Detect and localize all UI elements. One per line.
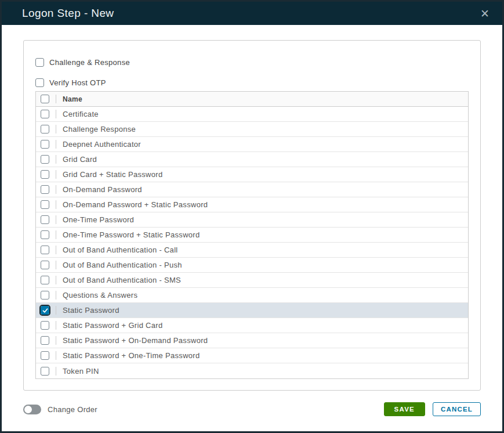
row-checkbox[interactable] (41, 291, 49, 300)
row-checkbox[interactable] (41, 140, 49, 149)
table-rows: Certificate Challenge Response Deepnet A… (36, 107, 468, 378)
row-label: One-Time Password + Static Password (63, 230, 200, 239)
checkmark-icon (42, 308, 48, 313)
table-row[interactable]: Questions & Answers (36, 288, 468, 303)
toggle-label: Change Order (48, 405, 97, 414)
column-divider (56, 367, 56, 376)
row-label: Certificate (63, 110, 99, 118)
column-divider (56, 230, 56, 239)
row-label: Out of Band Authentication - Call (63, 246, 178, 254)
toggle-knob (24, 406, 32, 413)
table-row[interactable]: Static Password + One-Time Password (36, 348, 468, 363)
row-label: Out of Band Authentication - Push (63, 261, 182, 269)
column-divider (56, 276, 56, 284)
row-checkbox[interactable] (41, 185, 49, 194)
table-row[interactable]: Static Password (36, 303, 468, 318)
row-label: Static Password (63, 306, 119, 315)
row-label: Static Password + One-Time Password (63, 351, 200, 360)
row-checkbox[interactable] (41, 261, 49, 269)
row-label: On-Demand Password + Static Password (63, 200, 208, 209)
row-checkbox[interactable] (41, 125, 49, 133)
logon-step-dialog: Logon Step - New ✕ Challenge & Response … (0, 0, 504, 433)
action-buttons: SAVE CANCEL (384, 402, 481, 416)
row-label: Static Password + On-Demand Password (63, 336, 208, 345)
row-label: Out of Band Authentication - SMS (63, 276, 181, 284)
table-row[interactable]: One-Time Password (36, 212, 468, 228)
row-label: One-Time Password (63, 215, 134, 224)
table-row[interactable]: Deepnet Authenticator (36, 137, 468, 152)
row-checkbox[interactable] (41, 276, 49, 284)
dialog-title: Logon Step - New (22, 7, 114, 20)
checkbox-challenge-response[interactable]: Challenge & Response (35, 58, 469, 67)
table-row[interactable]: On-Demand Password + Static Password (36, 197, 468, 212)
row-checkbox[interactable] (41, 321, 49, 330)
row-checkbox[interactable] (41, 336, 49, 345)
table-row[interactable]: Static Password + Grid Card (36, 318, 468, 333)
row-checkbox[interactable] (41, 367, 49, 376)
row-label: Questions & Answers (63, 291, 137, 300)
checkbox-label: Challenge & Response (49, 58, 130, 67)
row-label: Token PIN (63, 367, 99, 376)
table-row[interactable]: Out of Band Authentication - SMS (36, 273, 468, 288)
table-row[interactable]: Grid Card (36, 152, 468, 167)
table-row[interactable]: Certificate (36, 107, 468, 122)
column-divider (56, 291, 56, 300)
row-checkbox[interactable] (41, 155, 49, 164)
row-label: Deepnet Authenticator (63, 140, 141, 149)
dialog-body: Challenge & Response Verify Host OTP Nam… (2, 25, 502, 391)
column-divider (56, 246, 56, 254)
table-row[interactable]: One-Time Password + Static Password (36, 228, 468, 243)
table-row[interactable]: Out of Band Authentication - Push (36, 258, 468, 273)
table-row[interactable]: On-Demand Password (36, 182, 468, 197)
column-divider (56, 321, 56, 330)
dialog-header: Logon Step - New ✕ (2, 2, 502, 25)
table-row[interactable]: Challenge Response (36, 122, 468, 137)
column-divider (56, 185, 56, 194)
column-divider (56, 140, 56, 149)
row-checkbox[interactable] (41, 110, 49, 118)
column-divider (56, 306, 56, 315)
checkbox-label: Verify Host OTP (49, 78, 106, 87)
row-label: Challenge Response (63, 125, 136, 133)
row-label: Grid Card (63, 155, 97, 164)
row-checkbox[interactable] (41, 170, 49, 179)
row-checkbox[interactable] (41, 306, 49, 315)
row-checkbox[interactable] (41, 200, 49, 209)
row-checkbox[interactable] (41, 215, 49, 224)
dialog-footer: Change Order SAVE CANCEL (2, 391, 502, 431)
row-checkbox[interactable] (41, 351, 49, 360)
column-divider (56, 125, 56, 133)
table-row[interactable]: Token PIN (36, 363, 468, 378)
column-header-name: Name (63, 95, 82, 103)
column-divider (56, 336, 56, 345)
row-label: On-Demand Password (63, 185, 142, 194)
save-button[interactable]: SAVE (384, 402, 425, 416)
row-checkbox[interactable] (41, 246, 49, 254)
checkbox-verify-host-otp[interactable]: Verify Host OTP (35, 78, 469, 87)
table-row[interactable]: Grid Card + Static Password (36, 167, 468, 182)
checkbox-icon[interactable] (35, 78, 44, 87)
table-row[interactable]: Out of Band Authentication - Call (36, 243, 468, 258)
table-header-row: Name (36, 92, 468, 107)
column-divider (56, 170, 56, 179)
column-divider (56, 200, 56, 209)
toggle-switch[interactable] (23, 405, 41, 414)
cancel-button[interactable]: CANCEL (433, 402, 481, 416)
table-row[interactable]: Static Password + On-Demand Password (36, 333, 468, 348)
column-divider (56, 95, 56, 103)
column-divider (56, 155, 56, 164)
row-label: Static Password + Grid Card (63, 321, 162, 330)
close-icon[interactable]: ✕ (478, 7, 492, 20)
change-order-toggle-group[interactable]: Change Order (23, 405, 97, 414)
row-label: Grid Card + Static Password (63, 170, 162, 179)
select-all-checkbox[interactable] (41, 95, 49, 103)
column-divider (56, 110, 56, 118)
checkbox-icon[interactable] (35, 58, 44, 67)
auth-methods-table: Name Certificate Challenge Response Dee (35, 91, 469, 379)
column-divider (56, 261, 56, 269)
column-divider (56, 351, 56, 360)
column-divider (56, 215, 56, 224)
options-panel: Challenge & Response Verify Host OTP Nam… (23, 40, 481, 391)
row-checkbox[interactable] (41, 230, 49, 239)
